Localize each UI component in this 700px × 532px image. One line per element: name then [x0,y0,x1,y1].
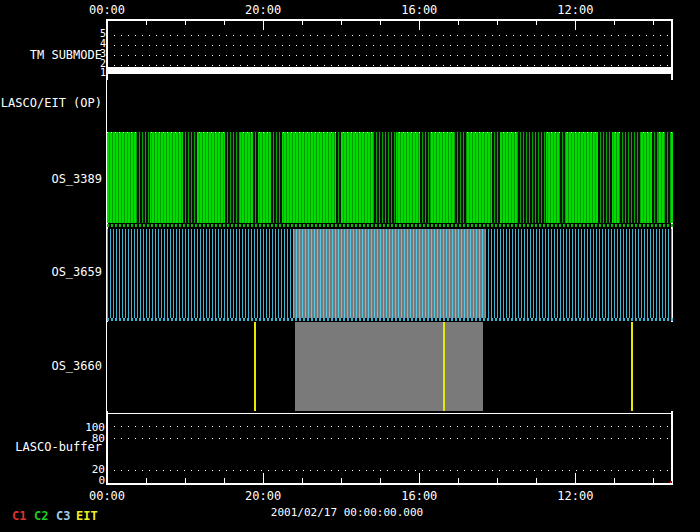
buffer-ytick-0: 0 [65,475,105,486]
panel-label-lasco-eit-op: LASCO/EIT (OP) [0,96,102,110]
os-3389-gap [271,132,282,223]
bottom-axis-line [106,483,673,485]
os-3389-gap [652,132,658,223]
time-tick-label: 12:00 [545,489,605,503]
gridline-buffer-100 [107,426,673,427]
os-3389-gap [455,132,466,223]
time-tick-label: 16:00 [389,3,449,17]
time-tick-label: 00:00 [77,3,137,17]
gridline-tm-4 [107,45,673,46]
gridline-buffer-20 [107,470,673,471]
time-tick-label: 12:00 [545,3,605,17]
legend-item-c1: C1 [12,510,26,523]
gridline-tm-3 [107,55,673,56]
os-3389-gap [253,132,258,223]
os-3659-highlight-band [293,229,485,318]
buffer-top-border [107,413,673,414]
os-3660-gray-block [295,322,483,411]
os-3660-yellow-marker [443,322,445,411]
os-3389-gap [225,132,240,223]
os-3659-bottom-dotted-edge [107,318,673,321]
panel-os-3659 [107,229,673,318]
panel-tm-submode [107,20,673,80]
os-3389-gap [420,132,430,223]
legend-item-eit: EIT [76,510,98,523]
time-tick-label: 20:00 [233,489,293,503]
panel-label-os-3659: OS_3659 [0,265,102,279]
panel-os-3389 [107,132,673,223]
time-tick-label: 16:00 [389,489,449,503]
os-3389-bottom-dotted-edge [107,224,673,227]
legend-item-c3: C3 [56,510,70,523]
gridline-tm-2 [107,65,673,66]
os-3660-yellow-marker [631,322,633,411]
panel-label-tm-submode: TM SUBMODE [0,48,102,62]
time-tick-label: 20:00 [233,3,293,17]
os-3389-gap [560,132,566,223]
os-3389-gap [665,132,671,223]
os-3389-gap [336,132,342,223]
os-3389-gap [183,132,197,223]
panel-lasco-buffer [107,413,673,483]
os-3389-gap [137,132,150,223]
os-3389-gap [492,132,500,223]
panel-os-3660 [107,322,673,411]
os-3389-gap [518,132,546,223]
buffer-ytick-80: 80 [65,433,105,444]
legend-item-c2: C2 [34,510,48,523]
gridline-buffer-80 [107,438,673,439]
os-3389-gap [374,132,396,223]
os-3660-yellow-marker [254,322,256,411]
tm-ytick-1: 1 [92,68,106,78]
gridline-tm-5 [107,35,673,36]
tm-submode-value-bar [107,67,673,74]
panel-label-os-3660: OS_3660 [0,359,102,373]
panel-label-os-3389: OS_3389 [0,172,102,186]
date-label: 2001/02/17 00:00:00.000 [197,506,497,519]
lasco-planning-timeline-chart: TM SUBMODE LASCO/EIT (OP) OS_3389 OS_365… [0,0,700,532]
os-3389-gap [598,132,612,223]
panel-lasco-eit-op [107,80,673,132]
os-3389-gap [620,132,641,223]
time-tick-label: 00:00 [77,489,137,503]
axis-end-red-dot [670,481,672,483]
